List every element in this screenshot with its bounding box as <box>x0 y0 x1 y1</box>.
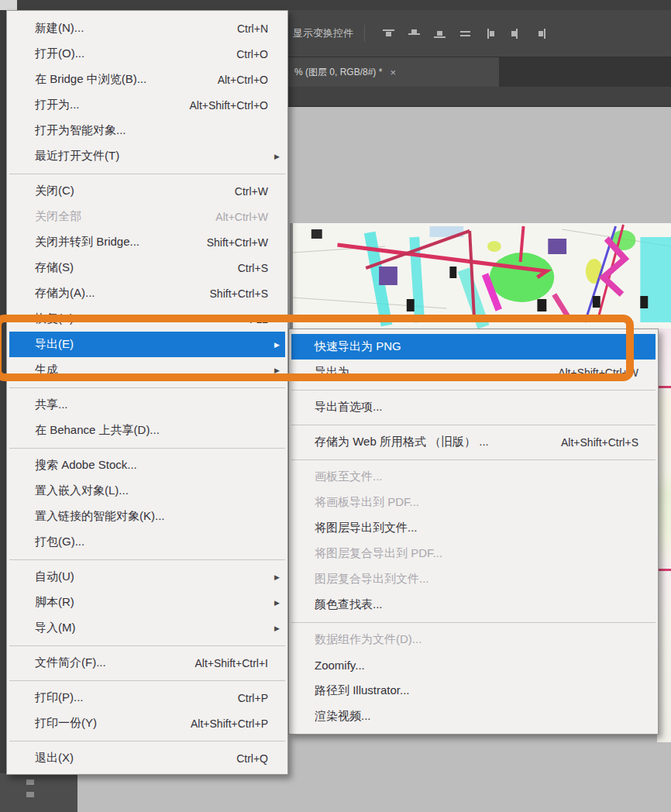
menubar-item[interactable] <box>136 0 153 10</box>
menu-item[interactable]: 退出(X) Ctrl+Q ▶ <box>9 745 285 771</box>
menu-item[interactable]: 渲染视频... ▶ <box>291 704 656 729</box>
menu-item[interactable]: 自动(U) ▶ <box>9 564 285 590</box>
menu-item-label: 自动(U) <box>35 569 74 584</box>
menu-item[interactable]: 导出首选项... ▶ <box>291 394 656 420</box>
menubar-item[interactable] <box>51 0 68 10</box>
canvas-right-edge <box>657 329 671 742</box>
menubar-item[interactable] <box>102 0 119 10</box>
menu-item[interactable]: 在 Bridge 中浏览(B)... Alt+Ctrl+O ▶ <box>9 67 285 92</box>
artwork-line <box>657 569 671 571</box>
menu-item[interactable]: 将图层复合导出到 PDF... ▶ <box>291 541 656 566</box>
menu-item-label: 图层复合导出到文件... <box>315 572 429 587</box>
submenu-arrow-icon: ▶ <box>274 341 280 349</box>
distribute-horizontal-centers-icon[interactable] <box>511 29 522 39</box>
file-menu: 新建(N)... Ctrl+N ▶ 打开(O)... Ctrl+O ▶ 在 Br… <box>6 10 288 775</box>
menubar-item[interactable] <box>170 0 188 10</box>
menu-item[interactable]: 颜色查找表... ▶ <box>291 592 656 618</box>
menu-item-shortcut: Alt+Ctrl+W <box>215 211 277 223</box>
menu-item-label: 在 Behance 上共享(D)... <box>35 423 160 438</box>
menu-item[interactable]: 关闭(C) Ctrl+W ▶ <box>9 178 285 204</box>
menu-item[interactable]: 生成 ▶ <box>9 357 285 383</box>
menu-item[interactable]: 路径到 Illustrator... ▶ <box>291 678 656 704</box>
menu-item[interactable]: 打开(O)... Ctrl+O ▶ <box>9 41 285 67</box>
export-submenu: 快速导出为 PNG ▶ 导出为... Alt+Shift+Ctrl+W ▶ 导出… <box>288 329 659 735</box>
menu-item[interactable]: 恢复(V) F12 ▶ <box>9 306 285 332</box>
document-tab[interactable]: % (图层 0, RGB/8#) * × <box>288 57 499 87</box>
menu-item-shortcut: Ctrl+S <box>238 262 277 274</box>
menu-item[interactable]: Zoomify... ▶ <box>291 652 656 678</box>
menubar-item[interactable] <box>34 0 51 10</box>
menu-separator <box>7 641 287 650</box>
document-tab-bar: % (图层 0, RGB/8#) * × <box>288 57 671 87</box>
show-transform-controls-label[interactable]: 显示变换控件 <box>288 26 353 40</box>
menu-item[interactable]: 文件简介(F)... Alt+Shift+Ctrl+I ▶ <box>9 650 285 676</box>
menu-item[interactable]: 将画板导出到 PDF... ▶ <box>291 490 656 515</box>
menubar-item[interactable] <box>68 0 85 10</box>
canvas-image[interactable] <box>290 223 671 329</box>
align-center-icon[interactable] <box>459 29 471 39</box>
menu-item-label: 恢复(V) <box>35 311 74 326</box>
menu-item[interactable]: 打包(G)... ▶ <box>9 529 285 555</box>
menu-separator <box>289 385 658 394</box>
menu-item[interactable]: 打开为... Alt+Shift+Ctrl+O ▶ <box>9 92 285 118</box>
menu-item[interactable]: 存储为(A)... Shift+Ctrl+S ▶ <box>9 280 285 306</box>
menu-item[interactable]: 脚本(R) ▶ <box>9 590 285 615</box>
menu-item[interactable]: 打印(P)... Ctrl+P ▶ <box>9 685 285 710</box>
distribute-left-edges-icon[interactable] <box>485 29 497 39</box>
menu-item-shortcut: Alt+Ctrl+O <box>218 74 277 86</box>
menu-item-label: 打印(P)... <box>35 690 84 705</box>
menu-item-shortcut: Shift+Ctrl+W <box>207 236 277 249</box>
menu-item[interactable]: 导出为... Alt+Shift+Ctrl+W ▶ <box>291 360 656 385</box>
menu-item-label: 快速导出为 PNG <box>315 339 401 354</box>
menu-item-label: 搜索 Adobe Stock... <box>35 458 137 473</box>
close-icon[interactable]: × <box>390 67 396 78</box>
menu-item[interactable]: 存储为 Web 所用格式 （旧版） ... Alt+Shift+Ctrl+S ▶ <box>291 429 656 455</box>
menu-item[interactable]: 图层复合导出到文件... ▶ <box>291 566 656 592</box>
menubar-item[interactable] <box>85 0 102 10</box>
menu-item-label: 新建(N)... <box>35 21 84 36</box>
align-top-edges-icon[interactable] <box>383 29 394 39</box>
menubar-item[interactable] <box>17 0 34 10</box>
menu-item[interactable]: 关闭并转到 Bridge... Shift+Ctrl+W ▶ <box>9 229 285 255</box>
menu-item[interactable]: 数据组作为文件(D)... ▶ <box>291 627 656 652</box>
menu-item[interactable]: 将图层导出到文件... ▶ <box>291 515 656 541</box>
menu-item[interactable]: 存储(S) Ctrl+S ▶ <box>9 255 285 280</box>
menu-item[interactable]: 打印一份(Y) Alt+Shift+Ctrl+P ▶ <box>9 710 285 736</box>
menu-item-shortcut: Alt+Shift+Ctrl+I <box>194 657 277 669</box>
menubar-item[interactable] <box>153 0 170 10</box>
menu-item[interactable]: 最近打开文件(T) ▶ <box>9 143 285 169</box>
menu-item[interactable]: 在 Behance 上共享(D)... ▶ <box>9 418 285 443</box>
align-vertical-centers-icon[interactable] <box>408 29 420 39</box>
menu-item[interactable]: 置入链接的智能对象(K)... ▶ <box>9 504 285 529</box>
menu-item-label: 关闭并转到 Bridge... <box>35 235 139 249</box>
submenu-arrow-icon: ▶ <box>274 573 280 581</box>
menu-item-label: 关闭(C) <box>35 184 74 198</box>
options-divider <box>364 25 365 42</box>
menu-item[interactable]: 关闭全部 Alt+Ctrl+W ▶ <box>9 204 285 229</box>
menu-item[interactable]: 导出(E) ▶ <box>9 332 285 357</box>
align-bottom-edges-icon[interactable] <box>434 29 446 39</box>
distribute-right-edges-icon[interactable] <box>536 29 548 39</box>
menu-item-label: 置入嵌入对象(L)... <box>35 483 129 498</box>
menubar-item[interactable] <box>0 0 17 10</box>
menu-item-label: 文件简介(F)... <box>35 655 106 670</box>
menu-item-shortcut: Alt+Shift+Ctrl+P <box>191 717 277 730</box>
menubar-item[interactable] <box>119 0 136 10</box>
menu-item-label: 存储为(A)... <box>35 286 95 301</box>
menu-item[interactable]: 共享... ▶ <box>9 392 285 418</box>
menu-item[interactable]: 快速导出为 PNG ▶ <box>291 334 656 360</box>
submenu-arrow-icon: ▶ <box>274 153 280 160</box>
menu-item-label: 共享... <box>35 397 68 412</box>
menu-item-label: 打开(O)... <box>35 46 84 61</box>
menu-item[interactable]: 打开为智能对象... ▶ <box>9 118 285 143</box>
menu-item-label: 存储为 Web 所用格式 （旧版） ... <box>315 435 489 449</box>
menu-item[interactable]: 画板至文件... ▶ <box>291 464 656 490</box>
menu-item[interactable]: 新建(N)... Ctrl+N ▶ <box>9 15 285 41</box>
menu-item-label: 打开为智能对象... <box>35 123 126 138</box>
menu-item-shortcut: Ctrl+W <box>235 185 277 198</box>
menu-item[interactable]: 置入嵌入对象(L)... ▶ <box>9 478 285 504</box>
menu-item[interactable]: 搜索 Adobe Stock... ▶ <box>9 452 285 478</box>
menu-separator <box>289 420 658 429</box>
menu-separator <box>7 443 287 452</box>
menu-item[interactable]: 导入(M) ▶ <box>9 615 285 641</box>
